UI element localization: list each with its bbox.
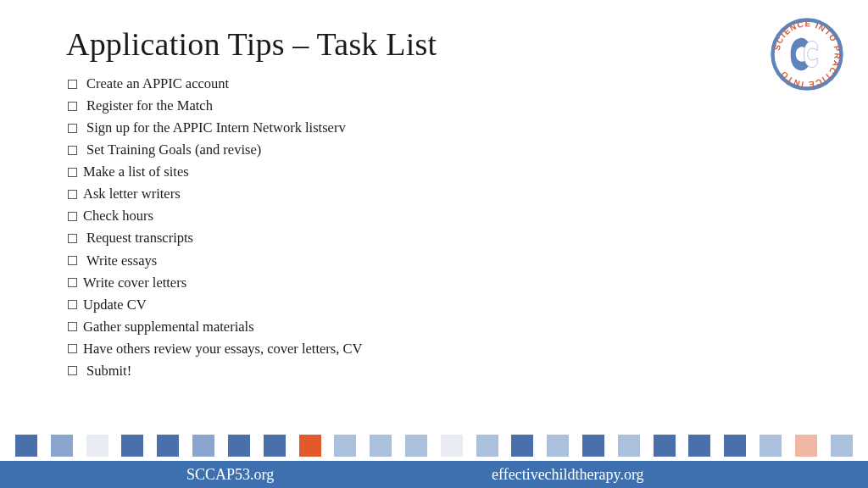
list-item: Request transcripts bbox=[68, 227, 362, 249]
checkbox-icon bbox=[68, 256, 77, 265]
checkbox-icon bbox=[68, 366, 77, 375]
square-icon bbox=[334, 435, 356, 457]
checkbox-icon bbox=[68, 322, 77, 331]
square-icon bbox=[760, 435, 782, 457]
list-item: Submit! bbox=[68, 360, 362, 382]
square-icon bbox=[299, 435, 321, 457]
task-text: Write cover letters bbox=[83, 272, 186, 294]
list-item: Sign up for the APPIC Intern Network lis… bbox=[68, 117, 362, 139]
task-text: Set Training Goals (and revise) bbox=[86, 139, 261, 161]
task-text: Register for the Match bbox=[86, 95, 213, 117]
square-icon bbox=[441, 435, 463, 457]
square-icon bbox=[121, 435, 143, 457]
square-icon bbox=[86, 435, 108, 457]
square-icon bbox=[51, 435, 73, 457]
slide: Application Tips – Task List Create an A… bbox=[0, 0, 868, 488]
square-icon bbox=[831, 435, 853, 457]
checkbox-icon bbox=[68, 278, 77, 287]
page-title: Application Tips – Task List bbox=[66, 25, 437, 63]
square-icon bbox=[264, 435, 286, 457]
square-icon bbox=[618, 435, 640, 457]
square-icon bbox=[15, 435, 37, 457]
task-text: Update CV bbox=[83, 294, 147, 316]
task-text: Sign up for the APPIC Intern Network lis… bbox=[86, 117, 346, 139]
list-item: Update CV bbox=[68, 294, 362, 316]
list-item: Register for the Match bbox=[68, 95, 362, 117]
square-icon bbox=[476, 435, 498, 457]
brand-logo-icon: SCIENCE INTO PRACTICE INTO bbox=[770, 17, 844, 92]
footer-link-right: effectivechildtherapy.org bbox=[492, 466, 644, 484]
square-icon bbox=[654, 435, 676, 457]
task-text: Make a list of sites bbox=[83, 161, 189, 183]
square-icon bbox=[192, 435, 214, 457]
square-icon bbox=[688, 435, 710, 457]
task-text: Have others review your essays, cover le… bbox=[83, 338, 362, 360]
checkbox-icon bbox=[68, 190, 77, 199]
checkbox-icon bbox=[68, 124, 77, 133]
task-text: Gather supplemental materials bbox=[83, 316, 254, 338]
square-icon bbox=[370, 435, 392, 457]
checkbox-icon bbox=[68, 212, 77, 221]
list-item: Create an APPIC account bbox=[68, 73, 362, 95]
task-text: Create an APPIC account bbox=[86, 73, 229, 95]
checkbox-icon bbox=[68, 146, 77, 155]
decorative-squares bbox=[0, 433, 868, 458]
square-icon bbox=[547, 435, 569, 457]
list-item: Check hours bbox=[68, 205, 362, 227]
footer-bar: SCCAP53.org effectivechildtherapy.org bbox=[0, 461, 868, 488]
square-icon bbox=[724, 435, 746, 457]
square-icon bbox=[582, 435, 604, 457]
checkbox-icon bbox=[68, 102, 77, 111]
list-item: Gather supplemental materials bbox=[68, 316, 362, 338]
list-item: Have others review your essays, cover le… bbox=[68, 338, 362, 360]
footer-link-left: SCCAP53.org bbox=[186, 466, 274, 484]
square-icon bbox=[511, 435, 533, 457]
square-icon bbox=[405, 435, 427, 457]
task-list: Create an APPIC account Register for the… bbox=[68, 73, 362, 382]
checkbox-icon bbox=[68, 234, 77, 243]
list-item: Write cover letters bbox=[68, 272, 362, 294]
square-icon bbox=[228, 435, 250, 457]
square-icon bbox=[795, 435, 817, 457]
task-text: Request transcripts bbox=[86, 227, 193, 249]
checkbox-icon bbox=[68, 300, 77, 309]
checkbox-icon bbox=[68, 344, 77, 353]
checkbox-icon bbox=[68, 168, 77, 177]
task-text: Write essays bbox=[86, 250, 157, 272]
task-text: Check hours bbox=[83, 205, 153, 227]
list-item: Write essays bbox=[68, 250, 362, 272]
task-text: Submit! bbox=[86, 360, 131, 382]
list-item: Ask letter writers bbox=[68, 183, 362, 205]
list-item: Set Training Goals (and revise) bbox=[68, 139, 362, 161]
checkbox-icon bbox=[68, 80, 77, 89]
task-text: Ask letter writers bbox=[83, 183, 181, 205]
list-item: Make a list of sites bbox=[68, 161, 362, 183]
square-icon bbox=[157, 435, 179, 457]
